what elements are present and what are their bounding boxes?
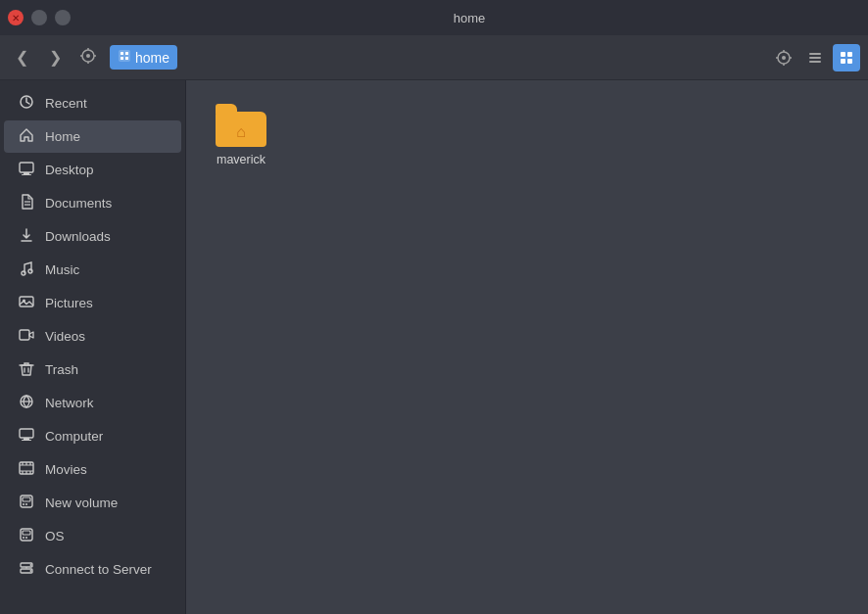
svg-rect-27 <box>22 174 31 175</box>
sidebar-item-label: Videos <box>45 329 85 344</box>
sidebar: RecentHomeDesktopDocumentsDownloadsMusic… <box>0 80 186 614</box>
minimize-button[interactable] <box>31 10 47 25</box>
svg-rect-18 <box>809 57 821 59</box>
pin-view-button[interactable] <box>770 44 797 71</box>
sidebar-item-downloads[interactable]: Downloads <box>4 220 181 253</box>
location-icon <box>80 48 96 67</box>
grid-view-button[interactable] <box>833 44 860 71</box>
sidebar-item-label: Pictures <box>45 296 93 310</box>
sidebar-item-label: Network <box>45 396 94 410</box>
sidebar-item-label: Computer <box>45 429 103 444</box>
breadcrumb: home <box>110 45 177 70</box>
svg-point-47 <box>23 503 24 505</box>
sidebar-item-home[interactable]: Home <box>4 120 181 153</box>
sidebar-item-movies[interactable]: Movies <box>4 453 181 486</box>
svg-point-52 <box>25 537 27 539</box>
movies-icon <box>18 460 35 479</box>
home-icon <box>18 127 35 146</box>
svg-point-31 <box>22 271 25 275</box>
sidebar-item-network[interactable]: Network <box>4 387 181 419</box>
recent-icon <box>18 94 35 113</box>
forward-icon: ❯ <box>49 48 62 67</box>
list-view-button[interactable] <box>801 44 829 71</box>
sidebar-item-connect-server[interactable]: Connect to Server <box>4 553 181 586</box>
music-icon <box>18 260 35 279</box>
close-button[interactable]: ✕ <box>8 10 24 25</box>
svg-rect-33 <box>20 297 33 307</box>
svg-rect-35 <box>20 330 29 340</box>
main-area: RecentHomeDesktopDocumentsDownloadsMusic… <box>0 80 868 614</box>
close-icon: ✕ <box>12 13 20 24</box>
location-button[interactable] <box>74 44 102 71</box>
sidebar-item-desktop[interactable]: Desktop <box>4 154 181 186</box>
back-button[interactable]: ❮ <box>8 44 35 71</box>
sidebar-item-videos[interactable]: Videos <box>4 320 181 353</box>
svg-point-1 <box>86 54 90 58</box>
computer-icon <box>18 427 35 446</box>
svg-rect-25 <box>20 163 33 172</box>
window-title: home <box>78 11 860 25</box>
svg-rect-50 <box>23 531 30 535</box>
sidebar-item-label: Movies <box>45 462 87 477</box>
sidebar-item-label: New volume <box>45 496 118 510</box>
downloads-icon <box>18 227 35 246</box>
videos-icon <box>18 327 35 346</box>
svg-point-56 <box>30 570 32 572</box>
svg-rect-43 <box>22 440 31 441</box>
sidebar-item-computer[interactable]: Computer <box>4 420 181 452</box>
sidebar-item-label: Downloads <box>45 229 111 244</box>
svg-rect-21 <box>847 52 852 57</box>
toolbar-right <box>770 44 860 71</box>
svg-rect-22 <box>841 59 845 64</box>
content-area[interactable]: ⌂ maverick <box>186 80 868 614</box>
trash-icon <box>18 360 35 379</box>
folder-maverick[interactable]: ⌂ maverick <box>202 96 280 174</box>
maximize-button[interactable] <box>55 10 71 25</box>
svg-rect-9 <box>121 57 123 60</box>
svg-rect-20 <box>841 52 845 57</box>
sidebar-item-music[interactable]: Music <box>4 254 181 286</box>
svg-rect-23 <box>847 59 852 64</box>
sidebar-item-label: Documents <box>45 196 112 211</box>
svg-point-55 <box>30 564 32 566</box>
sidebar-item-os[interactable]: OS <box>4 520 181 552</box>
breadcrumb-home[interactable]: home <box>110 45 177 70</box>
os-icon <box>18 527 35 545</box>
svg-rect-19 <box>809 61 821 63</box>
svg-rect-6 <box>119 50 130 62</box>
svg-rect-10 <box>125 57 128 60</box>
toolbar: ❮ ❯ <box>0 35 868 80</box>
sidebar-item-recent[interactable]: Recent <box>4 87 181 119</box>
breadcrumb-label: home <box>135 50 169 66</box>
sidebar-item-label: Desktop <box>45 163 94 177</box>
forward-button[interactable]: ❯ <box>41 44 69 71</box>
svg-point-48 <box>25 503 27 505</box>
svg-rect-26 <box>24 172 29 174</box>
svg-rect-41 <box>20 429 33 438</box>
sidebar-item-trash[interactable]: Trash <box>4 354 181 386</box>
svg-point-12 <box>782 56 786 60</box>
sidebar-item-new-volume[interactable]: New volume <box>4 487 181 519</box>
folder-icon: ⌂ <box>216 104 266 147</box>
pictures-icon <box>18 294 35 312</box>
sidebar-item-pictures[interactable]: Pictures <box>4 287 181 319</box>
documents-icon <box>18 194 35 213</box>
sidebar-item-documents[interactable]: Documents <box>4 187 181 219</box>
svg-rect-17 <box>809 53 821 55</box>
svg-rect-8 <box>125 52 128 55</box>
sidebar-item-label: Music <box>45 262 79 277</box>
connect-server-icon <box>18 560 35 579</box>
sidebar-item-label: Recent <box>45 96 87 111</box>
svg-point-32 <box>28 269 32 273</box>
sidebar-item-label: Home <box>45 129 80 144</box>
titlebar: ✕ home <box>0 0 868 35</box>
desktop-icon <box>18 161 35 179</box>
sidebar-item-label: OS <box>45 529 65 543</box>
svg-rect-46 <box>23 497 30 501</box>
back-icon: ❮ <box>16 48 28 67</box>
folder-label: maverick <box>217 153 265 166</box>
breadcrumb-icon <box>118 49 131 66</box>
svg-rect-42 <box>24 438 29 440</box>
svg-point-51 <box>23 537 24 539</box>
network-icon <box>18 394 35 412</box>
